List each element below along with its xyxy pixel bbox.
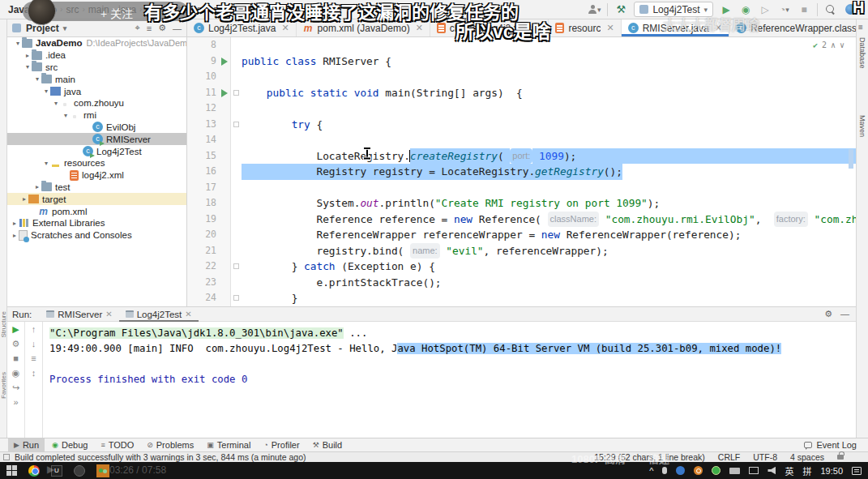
line-number[interactable]: 24 bbox=[187, 290, 220, 306]
line-number[interactable]: 17 bbox=[187, 180, 220, 196]
tab-close-icon[interactable]: ✕ bbox=[105, 310, 112, 319]
toolwindow-button-run[interactable]: ▶Run bbox=[8, 438, 45, 451]
hide-panel-icon[interactable]: — bbox=[840, 309, 849, 319]
tree-chevron-icon[interactable]: ▸ bbox=[11, 232, 19, 239]
collapse-all-icon[interactable]: ≡ bbox=[147, 24, 152, 33]
run-line-icon[interactable] bbox=[221, 89, 228, 97]
tree-item-src[interactable]: ▾src bbox=[7, 62, 186, 74]
tree-chevron-icon[interactable]: ▾ bbox=[33, 75, 41, 83]
next-issue-icon[interactable]: ∨ bbox=[840, 41, 844, 49]
stop-button[interactable]: ■ bbox=[13, 354, 19, 363]
run-tab-rmiserver[interactable]: RMIServer✕ bbox=[40, 307, 118, 322]
toolwindow-button-build[interactable]: ⚒Build bbox=[307, 438, 348, 451]
breadcrumb-item-rmi[interactable]: rmi bbox=[212, 4, 229, 15]
toolwindow-button-debug[interactable]: ◉Debug bbox=[46, 438, 93, 451]
line-number[interactable]: 16 bbox=[187, 164, 220, 180]
profiler-button[interactable]: ◔▾ bbox=[778, 3, 791, 16]
inspection-widget[interactable]: ✔ 2 ∧ ∨ bbox=[813, 41, 844, 49]
follow-button[interactable]: + 关注 bbox=[100, 5, 133, 21]
gutter-marks[interactable] bbox=[220, 195, 231, 212]
video-quality-label[interactable]: 1080P 高清 bbox=[571, 451, 626, 466]
line-number[interactable]: 19 bbox=[187, 212, 220, 228]
coverage-button[interactable]: ▷ bbox=[759, 3, 772, 16]
gutter-marks[interactable] bbox=[220, 243, 231, 259]
breadcrumb-item-main[interactable]: mmain bbox=[303, 4, 340, 15]
tab-resources-log4j2-xml[interactable]: resources\log4j2.xml✕ bbox=[549, 19, 621, 36]
edit-configuration-icon[interactable]: ⚙ bbox=[12, 340, 20, 349]
tree-chevron-icon[interactable]: ▾ bbox=[42, 88, 50, 95]
stop-button[interactable]: ■ bbox=[797, 3, 810, 16]
tree-chevron-icon[interactable]: ▸ bbox=[11, 220, 19, 227]
gutter-marks[interactable] bbox=[220, 132, 231, 148]
tab-pom-xml-javademo[interactable]: mpom.xml (JavaDemo)✕ bbox=[297, 19, 430, 36]
tab-close-icon[interactable]: ✕ bbox=[416, 23, 423, 33]
tree-item-javademo[interactable]: ▾JavaDemoD:\IdeaProjects\JavaDemo bbox=[7, 37, 186, 49]
fold-icon[interactable] bbox=[233, 295, 239, 301]
tree-item-java[interactable]: ▾java bbox=[7, 85, 186, 97]
gutter-marks[interactable] bbox=[220, 259, 231, 275]
start-button[interactable] bbox=[6, 465, 17, 476]
tree-chevron-icon[interactable]: ▸ bbox=[33, 183, 41, 190]
tree-item-idea[interactable]: ▸.idea bbox=[7, 49, 186, 62]
readonly-lock-icon[interactable] bbox=[837, 455, 844, 460]
tab-rmiserver-java[interactable]: cRMIServer.java✕ bbox=[622, 19, 729, 36]
gutter-marks[interactable] bbox=[220, 148, 231, 165]
line-number[interactable]: 18 bbox=[187, 195, 220, 212]
prev-issue-icon[interactable]: ∧ bbox=[831, 41, 836, 49]
menu-icon[interactable]: ≡ bbox=[858, 23, 863, 32]
toolwindow-button-problems[interactable]: ⊘Problems bbox=[141, 438, 199, 451]
tree-chevron-icon[interactable]: ▾ bbox=[14, 40, 22, 47]
fold-icon[interactable] bbox=[233, 90, 239, 96]
app-icon[interactable] bbox=[74, 465, 85, 477]
gutter-marks[interactable] bbox=[220, 117, 231, 133]
toolwindow-button-terminal[interactable]: ▣Terminal bbox=[201, 438, 256, 451]
code-line-16[interactable]: 16 Registry registry = LocateRegistry.ge… bbox=[187, 164, 856, 180]
fold-column[interactable] bbox=[231, 259, 242, 275]
line-number[interactable]: 13 bbox=[187, 117, 220, 133]
tab-close-icon[interactable]: ✕ bbox=[606, 23, 614, 33]
run-button[interactable]: ▶ bbox=[720, 3, 733, 16]
chat-app-icon[interactable] bbox=[96, 464, 109, 477]
code-line-21[interactable]: 21 registry.bind( name: "evil", referenc… bbox=[187, 243, 856, 259]
code-line-17[interactable]: 17 bbox=[187, 180, 856, 196]
scroll-end-icon[interactable]: ↕ bbox=[32, 369, 36, 378]
status-message[interactable]: Build completed successfully with 3 warn… bbox=[0, 452, 306, 462]
toolwindow-maven[interactable]: Maven bbox=[858, 115, 866, 137]
code-line-10[interactable]: 10 bbox=[187, 69, 856, 85]
gutter-marks[interactable] bbox=[220, 275, 231, 291]
tree-item-log4j2test[interactable]: cLog4j2Test bbox=[7, 145, 186, 157]
search-everywhere-button[interactable] bbox=[824, 3, 837, 16]
gutter-marks[interactable] bbox=[220, 227, 231, 243]
tree-chevron-icon[interactable]: ▸ bbox=[24, 52, 32, 59]
tab-log4j2test-java[interactable]: cLog4j2Test.java✕ bbox=[187, 19, 297, 36]
gutter-marks[interactable] bbox=[220, 69, 231, 85]
line-number[interactable]: 8 bbox=[187, 37, 220, 53]
run-configuration-select[interactable]: Log4j2Test ▾ bbox=[634, 2, 713, 17]
tree-item-com-zhouyu[interactable]: ▾com.zhouyu bbox=[7, 97, 186, 109]
tab-classes-log4j2-xml[interactable]: classes\log4j2.xml✕ bbox=[430, 19, 549, 36]
network-icon[interactable] bbox=[676, 466, 685, 475]
tree-item-rmiserver[interactable]: cRMIServer bbox=[7, 133, 186, 145]
tree-item-external-libraries[interactable]: ▸External Libraries bbox=[7, 217, 186, 229]
code-line-13[interactable]: 13 try { bbox=[187, 117, 856, 133]
fold-icon[interactable] bbox=[233, 122, 239, 127]
tree-item-scratches-and-consoles[interactable]: ▸Scratches and Consoles bbox=[7, 229, 186, 242]
tree-item-evilobj[interactable]: cEvilObj bbox=[7, 122, 186, 134]
locate-icon[interactable]: ⌖ bbox=[135, 23, 140, 33]
code-editor[interactable]: 89public class RMIServer {1011 public st… bbox=[187, 37, 856, 306]
down-stack-icon[interactable]: ↓ bbox=[32, 340, 36, 349]
clock[interactable]: 19:50 bbox=[820, 466, 843, 476]
line-number[interactable]: 14 bbox=[187, 132, 220, 148]
code-line-14[interactable]: 14 bbox=[187, 132, 856, 148]
up-stack-icon[interactable]: ↑ bbox=[32, 325, 36, 334]
search-tray-icon[interactable] bbox=[694, 466, 703, 475]
toolwindow-button-profiler[interactable]: ◔Profiler bbox=[258, 438, 305, 451]
rerun-button[interactable]: ▶ bbox=[12, 325, 19, 334]
gutter-marks[interactable] bbox=[220, 164, 231, 180]
code-line-9[interactable]: 9public class RMIServer { bbox=[187, 53, 856, 70]
tree-chevron-icon[interactable]: ▾ bbox=[62, 112, 70, 119]
line-number[interactable]: 12 bbox=[187, 101, 220, 117]
tree-item-pom-xml[interactable]: mpom.xml bbox=[7, 205, 186, 217]
volume-icon[interactable] bbox=[768, 467, 776, 475]
code-line-15[interactable]: 15 LocateRegistry.createRegistry( port: … bbox=[187, 148, 856, 165]
